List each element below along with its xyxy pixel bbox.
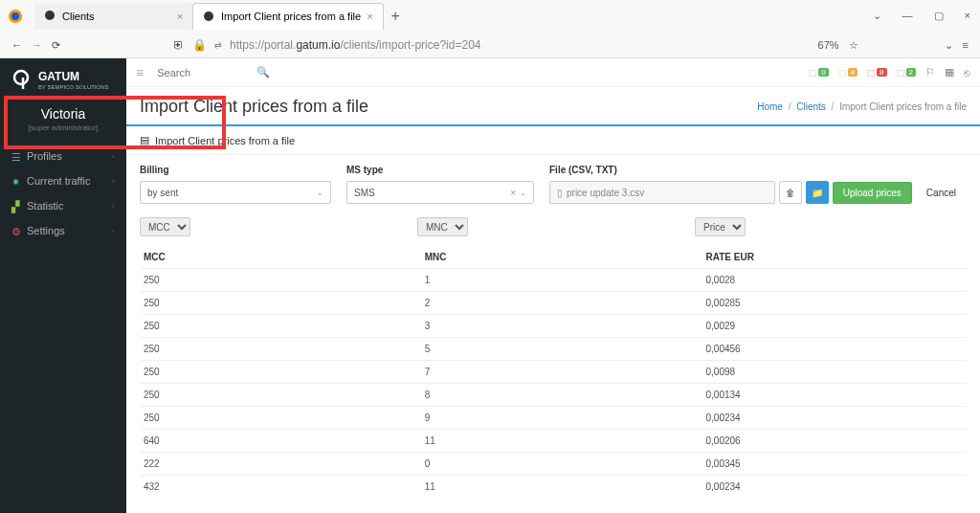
cell-rate: 0,00234 (702, 407, 968, 430)
new-tab-button[interactable]: + (384, 8, 408, 25)
cell-mcc: 250 (140, 338, 421, 361)
cell-rate: 0,00456 (702, 338, 968, 361)
bell-icon: ⬚ (809, 68, 817, 78)
flag-icon[interactable]: ⚐ (925, 66, 935, 78)
mapping-select-mcc[interactable]: MCC (140, 217, 190, 236)
sms-type-field: MS type SMS × ⌄ (346, 165, 534, 204)
forward-button: → (32, 39, 42, 51)
breadcrumb-home[interactable]: Home (757, 101, 783, 112)
breadcrumb-clients[interactable]: Clients (796, 101, 826, 112)
cell-mcc: 250 (140, 315, 421, 338)
url-text: https://portal.gatum.io/clients/import-p… (230, 38, 480, 52)
alert-icon: ⬚ (838, 68, 847, 78)
browser-chrome: Clients × Import Client prices from a fi… (0, 0, 980, 58)
caret-down-icon: ⌄ (317, 189, 323, 197)
browse-file-button[interactable]: 📁 (806, 181, 829, 204)
panel-header: ▤ Import Client prices from a file (126, 126, 980, 155)
hamburger-icon[interactable]: ≡ (136, 65, 144, 80)
mapping-select-price[interactable]: Price (695, 217, 746, 236)
breadcrumb: Home / Clients / Import Client prices fr… (757, 101, 967, 112)
statistic-icon: ▞ (11, 201, 21, 211)
form-row: Billing by sent ⌄ MS type SMS × ⌄ File (… (126, 155, 980, 213)
lock-icon[interactable]: 🔒 (192, 38, 207, 52)
cell-mnc: 2 (421, 292, 702, 315)
price-table-wrap[interactable]: MCC MNC RATE EUR 25010,002825020,0028525… (126, 246, 980, 513)
cell-mnc: 5 (421, 338, 702, 361)
breadcrumb-current: Import Client prices from a file (839, 101, 967, 112)
cell-rate: 0,00345 (702, 453, 968, 476)
gear-icon: ⚙ (11, 226, 21, 235)
cell-rate: 0,00206 (702, 430, 968, 453)
notification-badge[interactable]: ⬚2 (897, 68, 916, 78)
table-row: 640110,00206 (140, 430, 967, 453)
reload-button[interactable]: ⟳ (52, 39, 60, 52)
sidebar-item-label: Statistic (27, 200, 64, 212)
minimize-icon[interactable]: — (902, 10, 913, 22)
close-icon[interactable]: × (177, 11, 183, 22)
cell-mcc: 250 (140, 292, 421, 315)
cell-mcc: 250 (140, 361, 421, 384)
grid-icon[interactable]: ▦ (945, 66, 954, 78)
tab-title: Import Client prices from a file (221, 11, 361, 22)
chevron-down-icon[interactable]: ⌄ (873, 10, 881, 22)
sidebar-item-settings[interactable]: ⚙Settings ‹ (0, 218, 126, 243)
cell-mcc: 250 (140, 407, 421, 430)
cancel-button[interactable]: Cancel (916, 182, 967, 204)
permissions-icon[interactable]: ⇄ (214, 40, 222, 50)
delete-file-button[interactable]: 🗑 (779, 181, 802, 204)
billing-label: Billing (140, 165, 331, 175)
pocket-icon[interactable]: ⌄ (945, 39, 953, 52)
logout-icon[interactable]: ⎋ (964, 67, 970, 78)
logo-icon (10, 68, 33, 91)
star-icon[interactable]: ☆ (849, 39, 858, 52)
shield-icon[interactable]: ⛨ (173, 38, 185, 52)
cell-mcc: 640 (140, 430, 421, 453)
tab-import-prices[interactable]: Import Client prices from a file × (192, 3, 384, 30)
chevron-left-icon: ‹ (112, 202, 115, 211)
sms-type-select[interactable]: SMS × ⌄ (346, 181, 534, 204)
menu-icon[interactable]: ≡ (963, 39, 969, 51)
back-button[interactable]: ← (11, 39, 22, 51)
maximize-icon[interactable]: ▢ (934, 10, 944, 22)
page-title: Import Client prices from a file (140, 97, 368, 117)
file-label: File (CSV, TXT) (549, 165, 967, 175)
cell-mnc: 9 (421, 407, 702, 430)
file-field: File (CSV, TXT) ▯ price update 3.csv 🗑 📁… (549, 165, 967, 204)
ok-icon: ⬚ (897, 68, 905, 78)
cell-mnc: 0 (421, 453, 702, 476)
panel-title: Import Client prices from a file (155, 135, 295, 146)
cell-mcc: 250 (140, 384, 421, 407)
cell-mnc: 11 (421, 430, 702, 453)
sidebar-item-profiles[interactable]: ☰Profiles ‹ (0, 144, 126, 168)
th-mnc: MNC (421, 246, 702, 269)
search-input[interactable] (157, 67, 243, 78)
url-field[interactable]: ⛨ 🔒 ⇄ https://portal.gatum.io/clients/im… (166, 38, 809, 52)
sms-type-label: MS type (346, 165, 534, 175)
tab-favicon (203, 11, 215, 23)
mapping-select-mnc[interactable]: MNC (417, 217, 468, 236)
svg-point-4 (14, 71, 28, 84)
zoom-level[interactable]: 67% (818, 39, 839, 51)
billing-value: by sent (147, 188, 178, 198)
chevron-left-icon: ‹ (112, 152, 115, 161)
table-row: 25010,0028 (140, 269, 967, 292)
price-table: MCC MNC RATE EUR 25010,002825020,0028525… (140, 246, 967, 498)
tab-clients[interactable]: Clients × (34, 3, 192, 30)
sidebar: GATUM BY SEMPICO SOLUTIONS Victoria [sup… (0, 58, 126, 513)
sidebar-item-label: Profiles (27, 150, 62, 162)
close-icon[interactable]: × (367, 11, 372, 22)
sms-type-value: SMS (354, 188, 375, 198)
search-icon[interactable]: 🔍 (256, 66, 270, 78)
clear-icon[interactable]: × (506, 188, 520, 198)
notification-badge[interactable]: ⬚4 (838, 68, 858, 78)
file-input[interactable]: ▯ price update 3.csv (549, 181, 775, 204)
sidebar-item-statistic[interactable]: ▞Statistic ‹ (0, 193, 126, 218)
upload-prices-button[interactable]: Upload prices (833, 182, 912, 204)
sidebar-item-traffic[interactable]: ✷Current traffic ‹ (0, 168, 126, 193)
window-close-icon[interactable]: × (965, 10, 970, 22)
notification-badge[interactable]: ⬚0 (809, 68, 828, 78)
billing-select[interactable]: by sent ⌄ (140, 181, 331, 204)
notification-badge[interactable]: ⬚8 (867, 68, 886, 78)
search-box[interactable]: 🔍 (157, 66, 270, 78)
table-row: 22200,00345 (140, 453, 967, 476)
